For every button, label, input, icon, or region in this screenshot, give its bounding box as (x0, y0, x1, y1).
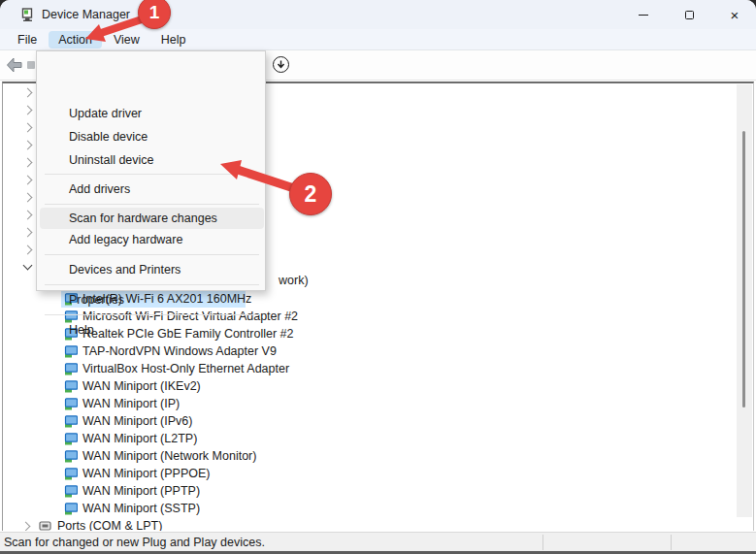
annotation-arrows (0, 0, 756, 554)
step-2-badge: 2 (289, 173, 332, 215)
step-1-label: 1 (149, 2, 160, 23)
device-manager-window: Device Manager × File Action View Help (0, 0, 756, 554)
step-2-label: 2 (305, 181, 317, 208)
